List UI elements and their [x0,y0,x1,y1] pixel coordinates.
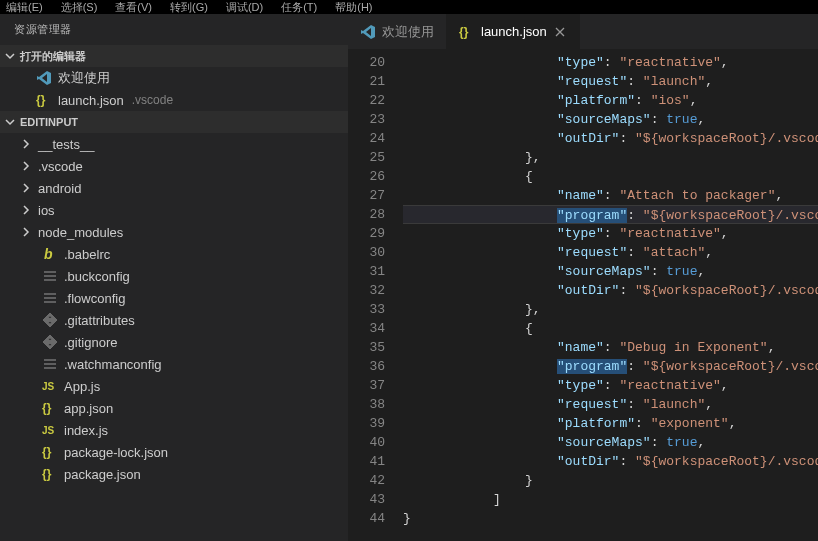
code-line[interactable]: "sourceMaps": true, [403,262,818,281]
folder-item[interactable]: ios [0,199,348,221]
file-label: .buckconfig [64,269,130,284]
file-item[interactable]: JSindex.js [0,419,348,441]
code-line[interactable]: "outDir": "${workspaceRoot}/.vscode/.rea… [403,129,818,148]
code-line[interactable]: "platform": "ios", [403,91,818,110]
svg-text:{}: {} [42,401,52,415]
line-number: 21 [348,72,385,91]
open-editors-header[interactable]: 打开的编辑器 [0,45,348,67]
file-label: app.json [64,401,113,416]
code-line[interactable]: { [403,319,818,338]
code-line[interactable]: "request": "launch", [403,395,818,414]
file-label: App.js [64,379,100,394]
menu-item[interactable]: 选择(S) [61,0,98,14]
chevron-down-icon [4,116,16,128]
code-line[interactable]: "outDir": "${workspaceRoot}/.vscode/.rea… [403,452,818,471]
code-line[interactable]: "name": "Debug in Exponent", [403,338,818,357]
file-item[interactable]: {}app.json [0,397,348,419]
folder-item[interactable]: android [0,177,348,199]
tab-label: launch.json [481,24,547,39]
menu-item[interactable]: 编辑(E) [6,0,43,14]
editor-area: 欢迎使用{}launch.json 2021222324252627282930… [348,14,818,541]
editor-tab[interactable]: 欢迎使用 [348,14,447,49]
folder-label: ios [38,203,55,218]
vscode-icon [36,70,52,86]
json-icon: {} [42,466,58,482]
code-line[interactable]: "platform": "exponent", [403,414,818,433]
close-icon[interactable] [553,25,567,39]
code-line[interactable]: ] [403,490,818,509]
config-icon [42,268,58,284]
file-item[interactable]: .watchmanconfig [0,353,348,375]
menu-item[interactable]: 查看(V) [115,0,152,14]
folder-label: __tests__ [38,137,94,152]
file-tree: __tests__.vscodeandroidiosnode_modulesb.… [0,133,348,541]
project-header[interactable]: EDITINPUT [0,111,348,133]
file-item[interactable]: .gitattributes [0,309,348,331]
svg-text:b: b [44,246,53,262]
code-line[interactable]: "program": "${workspaceRoot}/.vscode/lau… [403,357,818,376]
folder-item[interactable]: .vscode [0,155,348,177]
file-label: index.js [64,423,108,438]
svg-text:{}: {} [459,25,469,39]
line-number: 28 [348,205,385,224]
line-number: 41 [348,452,385,471]
code-line[interactable]: { [403,167,818,186]
line-number: 38 [348,395,385,414]
code-line[interactable]: "request": "attach", [403,243,818,262]
code-line[interactable]: }, [403,148,818,167]
open-editor-item[interactable]: {}launch.json.vscode [0,89,348,111]
line-number: 34 [348,319,385,338]
code-content[interactable]: "type": "reactnative","request": "launch… [403,49,818,541]
line-number: 39 [348,414,385,433]
code-line[interactable]: "name": "Attach to packager", [403,186,818,205]
code-line[interactable]: } [403,471,818,490]
file-item[interactable]: .buckconfig [0,265,348,287]
code-view[interactable]: 2021222324252627282930313233343536373839… [348,49,818,541]
code-line[interactable]: "type": "reactnative", [403,224,818,243]
code-line[interactable]: } [403,509,818,528]
file-item[interactable]: {}package-lock.json [0,441,348,463]
line-number: 25 [348,148,385,167]
editor-tabs: 欢迎使用{}launch.json [348,14,818,49]
file-item[interactable]: .gitignore [0,331,348,353]
menubar: 编辑(E)选择(S)查看(V)转到(G)调试(D)任务(T)帮助(H) [0,0,818,14]
line-number: 32 [348,281,385,300]
git-icon [42,334,58,350]
code-line[interactable]: "outDir": "${workspaceRoot}/.vscode/.rea… [403,281,818,300]
babel-icon: b [42,246,58,262]
open-editor-item[interactable]: 欢迎使用 [0,67,348,89]
line-number: 33 [348,300,385,319]
code-line[interactable]: "type": "reactnative", [403,376,818,395]
file-item[interactable]: .flowconfig [0,287,348,309]
folder-label: .vscode [38,159,83,174]
code-line[interactable]: }, [403,300,818,319]
line-number: 31 [348,262,385,281]
chevron-right-icon [20,160,32,172]
editor-tab[interactable]: {}launch.json [447,14,580,49]
code-line[interactable]: "sourceMaps": true, [403,110,818,129]
js-icon: JS [42,378,58,394]
config-icon [42,290,58,306]
explorer-sidebar: 资源管理器 打开的编辑器 欢迎使用{}launch.json.vscode ED… [0,14,348,541]
menu-item[interactable]: 帮助(H) [335,0,372,14]
menu-item[interactable]: 调试(D) [226,0,263,14]
folder-item[interactable]: node_modules [0,221,348,243]
svg-text:JS: JS [42,425,55,436]
line-number: 42 [348,471,385,490]
menu-item[interactable]: 任务(T) [281,0,317,14]
code-line[interactable]: "request": "launch", [403,72,818,91]
code-line[interactable]: "sourceMaps": true, [403,433,818,452]
config-icon [42,356,58,372]
project-name: EDITINPUT [20,116,78,128]
json-icon: {} [42,444,58,460]
file-item[interactable]: b.babelrc [0,243,348,265]
code-line[interactable]: "type": "reactnative", [403,53,818,72]
file-item[interactable]: {}package.json [0,463,348,485]
file-path: .vscode [132,93,173,107]
code-line[interactable]: "program": "${workspaceRoot}/.vscode/lau… [403,205,818,224]
line-number: 20 [348,53,385,72]
file-item[interactable]: JSApp.js [0,375,348,397]
menu-item[interactable]: 转到(G) [170,0,208,14]
line-number: 30 [348,243,385,262]
folder-item[interactable]: __tests__ [0,133,348,155]
